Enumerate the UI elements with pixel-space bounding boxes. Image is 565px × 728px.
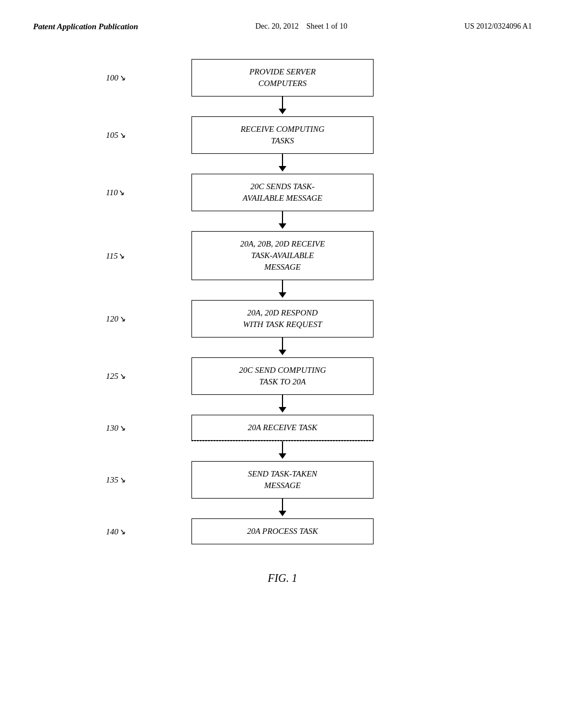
box-140-text: 20A PROCESS TASK (247, 527, 318, 536)
box-130: 20A RECEIVE TASK (191, 415, 374, 441)
step-number-105: 105↘ (106, 130, 126, 140)
arrow-115-120 (191, 280, 374, 300)
box-100: PROVIDE SERVERCOMPUTERS (191, 59, 374, 97)
box-105-text: RECEIVE COMPUTINGTASKS (241, 125, 324, 145)
publication-label: Patent Application Publication (33, 22, 138, 31)
arrow-125-130 (191, 395, 374, 415)
arrow-130-135 (191, 441, 374, 461)
box-125: 20C SEND COMPUTINGTASK TO 20A (191, 357, 374, 395)
sheet-label: Sheet 1 of 10 (306, 22, 347, 30)
flow-step-110: 110↘ 20C SENDS TASK-AVAILABLE MESSAGE (89, 174, 476, 211)
flow-step-105: 105↘ RECEIVE COMPUTINGTASKS (89, 116, 476, 154)
box-120: 20A, 20D RESPONDWITH TASK REQUEST (191, 300, 374, 338)
box-140: 20A PROCESS TASK (191, 518, 374, 544)
arrow-135-140 (191, 499, 374, 518)
arrow-120-125 (191, 338, 374, 357)
step-number-110: 110↘ (106, 188, 125, 197)
date-label: Dec. 20, 2012 (255, 22, 299, 30)
step-number-135: 135↘ (106, 475, 126, 485)
step-number-130: 130↘ (106, 423, 126, 433)
patent-number: US 2012/0324096 A1 (465, 22, 532, 31)
flowchart: 100↘ PROVIDE SERVERCOMPUTERS 105↘ RECEIV… (33, 59, 532, 544)
step-number-125: 125↘ (106, 371, 126, 381)
box-125-text: 20C SEND COMPUTINGTASK TO 20A (239, 366, 326, 386)
flow-step-115: 115↘ 20A, 20B, 20D RECEIVETASK-AVAILABLE… (89, 231, 476, 280)
flow-step-130: 130↘ 20A RECEIVE TASK (89, 415, 476, 441)
box-120-text: 20A, 20D RESPONDWITH TASK REQUEST (243, 308, 322, 329)
step-number-140: 140↘ (106, 527, 126, 537)
box-135: SEND TASK-TAKENMESSAGE (191, 461, 374, 499)
box-105: RECEIVE COMPUTINGTASKS (191, 116, 374, 154)
figure-label: FIG. 1 (33, 572, 532, 585)
step-number-100: 100↘ (106, 73, 126, 83)
box-110-text: 20C SENDS TASK-AVAILABLE MESSAGE (243, 182, 322, 202)
step-number-115: 115↘ (106, 251, 125, 261)
arrow-110-115 (191, 211, 374, 231)
box-115: 20A, 20B, 20D RECEIVETASK-AVAILABLEMESSA… (191, 231, 374, 280)
arrow-105-110 (191, 154, 374, 174)
arrow-100-105 (191, 97, 374, 116)
fig-label-text: FIG. 1 (268, 572, 297, 584)
box-100-text: PROVIDE SERVERCOMPUTERS (249, 67, 316, 88)
box-130-text: 20A RECEIVE TASK (248, 423, 317, 432)
flow-step-125: 125↘ 20C SEND COMPUTINGTASK TO 20A (89, 357, 476, 395)
flow-step-140: 140↘ 20A PROCESS TASK (89, 518, 476, 544)
box-135-text: SEND TASK-TAKENMESSAGE (248, 469, 317, 490)
flow-step-135: 135↘ SEND TASK-TAKENMESSAGE (89, 461, 476, 499)
page-header: Patent Application Publication Dec. 20, … (33, 22, 532, 31)
flow-step-120: 120↘ 20A, 20D RESPONDWITH TASK REQUEST (89, 300, 476, 338)
box-115-text: 20A, 20B, 20D RECEIVETASK-AVAILABLEMESSA… (240, 239, 325, 271)
flow-step-100: 100↘ PROVIDE SERVERCOMPUTERS (89, 59, 476, 97)
page: Patent Application Publication Dec. 20, … (0, 0, 565, 728)
step-number-120: 120↘ (106, 314, 126, 324)
header-center: Dec. 20, 2012 Sheet 1 of 10 (255, 22, 348, 31)
box-110: 20C SENDS TASK-AVAILABLE MESSAGE (191, 174, 374, 211)
